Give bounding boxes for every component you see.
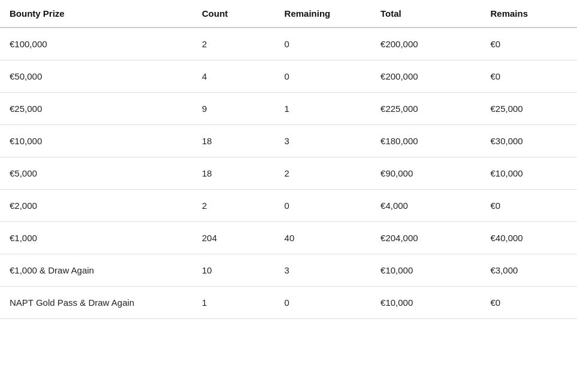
cell-remaining: 3 xyxy=(275,254,371,287)
cell-prize: €100,000 xyxy=(0,28,192,60)
table-row: €50,00040€200,000€0 xyxy=(0,60,577,93)
cell-remaining: 1 xyxy=(275,93,371,125)
cell-prize: €50,000 xyxy=(0,60,192,93)
table-row: €100,00020€200,000€0 xyxy=(0,28,577,60)
cell-remaining: 0 xyxy=(275,60,371,93)
col-header-bounty-prize: Bounty Prize xyxy=(0,0,192,28)
col-header-total: Total xyxy=(371,0,481,28)
cell-remaining: 0 xyxy=(275,190,371,222)
cell-remains: €0 xyxy=(481,190,577,222)
col-header-remaining: Remaining xyxy=(275,0,371,28)
bounty-table-container: Bounty Prize Count Remaining Total Remai… xyxy=(0,0,577,319)
cell-total: €90,000 xyxy=(371,157,481,190)
cell-remains: €0 xyxy=(481,60,577,93)
cell-remains: €3,000 xyxy=(481,254,577,287)
cell-prize: €10,000 xyxy=(0,125,192,157)
cell-total: €204,000 xyxy=(371,222,481,254)
cell-total: €200,000 xyxy=(371,60,481,93)
table-row: NAPT Gold Pass & Draw Again10€10,000€0 xyxy=(0,287,577,319)
cell-count: 1 xyxy=(192,287,275,319)
cell-remains: €40,000 xyxy=(481,222,577,254)
cell-count: 10 xyxy=(192,254,275,287)
cell-remaining: 0 xyxy=(275,287,371,319)
cell-remaining: 3 xyxy=(275,125,371,157)
cell-prize: €1,000 xyxy=(0,222,192,254)
cell-remains: €10,000 xyxy=(481,157,577,190)
cell-remains: €0 xyxy=(481,28,577,60)
cell-prize: €5,000 xyxy=(0,157,192,190)
cell-count: 18 xyxy=(192,157,275,190)
col-header-count: Count xyxy=(192,0,275,28)
cell-total: €10,000 xyxy=(371,287,481,319)
cell-remaining: 2 xyxy=(275,157,371,190)
cell-prize: €1,000 & Draw Again xyxy=(0,254,192,287)
table-row: €1,00020440€204,000€40,000 xyxy=(0,222,577,254)
table-row: €5,000182€90,000€10,000 xyxy=(0,157,577,190)
table-row: €1,000 & Draw Again103€10,000€3,000 xyxy=(0,254,577,287)
cell-count: 204 xyxy=(192,222,275,254)
cell-remains: €25,000 xyxy=(481,93,577,125)
cell-prize: €2,000 xyxy=(0,190,192,222)
cell-count: 4 xyxy=(192,60,275,93)
cell-remaining: 0 xyxy=(275,28,371,60)
cell-total: €200,000 xyxy=(371,28,481,60)
cell-remains: €0 xyxy=(481,287,577,319)
cell-total: €180,000 xyxy=(371,125,481,157)
table-row: €10,000183€180,000€30,000 xyxy=(0,125,577,157)
cell-count: 2 xyxy=(192,190,275,222)
table-row: €25,00091€225,000€25,000 xyxy=(0,93,577,125)
cell-total: €10,000 xyxy=(371,254,481,287)
cell-remains: €30,000 xyxy=(481,125,577,157)
cell-prize: NAPT Gold Pass & Draw Again xyxy=(0,287,192,319)
table-header-row: Bounty Prize Count Remaining Total Remai… xyxy=(0,0,577,28)
cell-remaining: 40 xyxy=(275,222,371,254)
cell-total: €225,000 xyxy=(371,93,481,125)
table-row: €2,00020€4,000€0 xyxy=(0,190,577,222)
cell-count: 9 xyxy=(192,93,275,125)
cell-total: €4,000 xyxy=(371,190,481,222)
bounty-prize-table: Bounty Prize Count Remaining Total Remai… xyxy=(0,0,577,319)
cell-count: 2 xyxy=(192,28,275,60)
cell-prize: €25,000 xyxy=(0,93,192,125)
cell-count: 18 xyxy=(192,125,275,157)
col-header-remains: Remains xyxy=(481,0,577,28)
